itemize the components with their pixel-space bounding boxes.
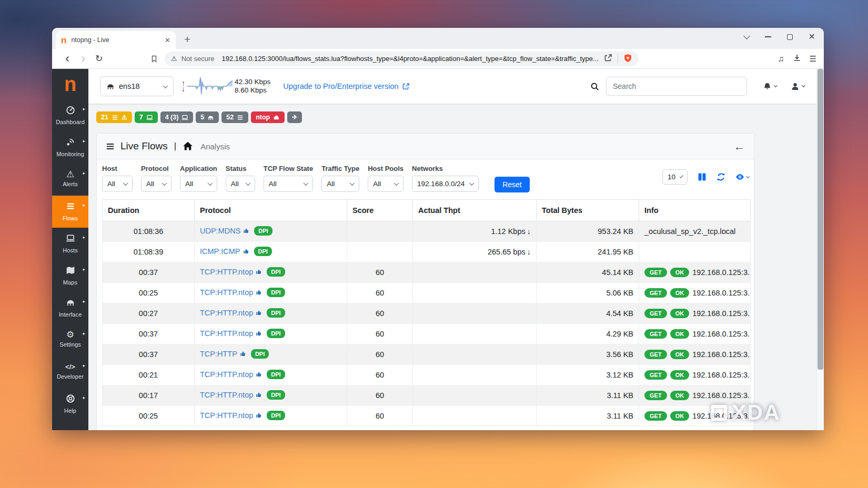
table-row: 01:08:36UDP:MDNSDPI1.12 Kbps↓953.24 KB_o…: [103, 221, 751, 242]
status-badge-5[interactable]: 5: [196, 111, 219, 123]
sidebar-item-hosts[interactable]: ▸Hosts: [52, 228, 88, 260]
protocol-link[interactable]: TCP:HTTP.ntop: [200, 268, 253, 276]
filter-host-select[interactable]: All: [102, 176, 133, 192]
http-method-badge: GET: [644, 350, 667, 359]
bars-icon: [237, 114, 244, 121]
column-header-actual-thpt[interactable]: Actual Thpt: [413, 200, 537, 221]
status-badge-4-3-[interactable]: 4 (3): [160, 111, 194, 123]
flow-duration: 01:08:39: [103, 242, 195, 262]
browser-menu-icon[interactable]: ☰: [810, 54, 816, 64]
status-badge-52[interactable]: 52: [221, 111, 248, 123]
filter-group-status: StatusAll: [226, 165, 255, 192]
sidebar-item-monitoring[interactable]: ▸Monitoring: [52, 131, 88, 164]
filter-tcp-flow-state-select[interactable]: All: [264, 176, 313, 192]
filter-label: Status: [226, 165, 255, 172]
browser-content: n ▸Dashboard▸Monitoring▸⚠Alerts▸Flows▸Ho…: [52, 69, 824, 430]
sidebar-item-settings[interactable]: ▸⚙Settings: [52, 324, 88, 356]
interface-select[interactable]: ens18: [100, 76, 174, 96]
sidebar-item-developer[interactable]: ▸</>Developer: [52, 356, 88, 388]
filter-networks-select[interactable]: 192.168.0.0/24: [412, 176, 479, 192]
download-icon[interactable]: [793, 54, 801, 64]
status-badge-plane-icon[interactable]: ✈: [287, 111, 302, 123]
protocol-link[interactable]: TCP:HTTP.ntop: [200, 329, 253, 338]
filter-label: TCP Flow State: [264, 165, 313, 172]
minimize-button[interactable]: [765, 36, 771, 37]
tab-search-chevron-icon[interactable]: [743, 33, 750, 39]
back-button[interactable]: ‹: [59, 53, 75, 65]
thumbs-up-icon: [256, 330, 263, 339]
http-status-badge: OK: [670, 411, 690, 421]
column-header-duration[interactable]: Duration: [103, 200, 195, 221]
status-badge-7[interactable]: 7: [135, 111, 158, 123]
warning-icon: ⚠: [66, 169, 74, 179]
dpi-badge: DPI: [267, 288, 285, 297]
notifications-button[interactable]: [763, 82, 777, 91]
sidebar-item-alerts[interactable]: ▸⚠Alerts: [52, 164, 88, 196]
page-size-select[interactable]: 10: [662, 169, 688, 185]
tab-close-icon[interactable]: ✕: [165, 36, 170, 44]
refresh-icon[interactable]: [716, 172, 725, 181]
user-icon: [791, 82, 800, 91]
protocol-link[interactable]: TCP:HTTP.ntop: [200, 309, 253, 317]
column-header-total-bytes[interactable]: Total Bytes: [537, 200, 639, 221]
protocol-link[interactable]: ICMP:ICMP: [200, 247, 240, 256]
protocol-link[interactable]: TCP:HTTP: [200, 350, 237, 358]
flow-actual-thpt: [413, 303, 537, 324]
flow-protocol: TCP:HTTP.ntopDPI: [195, 324, 347, 344]
search-input[interactable]: [606, 77, 747, 96]
share-icon[interactable]: [604, 54, 612, 64]
protocol-link[interactable]: TCP:HTTP.ntop: [200, 288, 253, 297]
chevron-right-icon: ▸: [83, 202, 85, 208]
home-icon[interactable]: [183, 141, 193, 151]
flows-menu-icon[interactable]: [106, 142, 115, 151]
visibility-eye-button[interactable]: [735, 172, 749, 181]
table-row: 00:37TCP:HTTPDPI603.56 KBGETOK192.168.0.…: [103, 344, 751, 365]
dpi-badge: DPI: [251, 349, 269, 359]
column-header-protocol[interactable]: Protocol: [195, 200, 347, 221]
filter-traffic-type-select[interactable]: All: [321, 176, 359, 192]
filter-host-pools-select[interactable]: All: [368, 176, 403, 192]
reset-button[interactable]: Reset: [494, 177, 530, 192]
upgrade-link[interactable]: Upgrade to Pro/Enterprise version: [283, 82, 409, 90]
sidebar-item-help[interactable]: ▸Help: [52, 388, 88, 420]
address-bar[interactable]: ⚠ Not secure 192.168.0.125:3000/lua/flow…: [165, 52, 639, 66]
flow-info-cell: GETOK192.168.0.125:3...: [639, 365, 751, 385]
scrollbar-thumb[interactable]: [817, 69, 823, 370]
sidebar-item-maps[interactable]: ▸Maps: [52, 260, 88, 292]
sidebar-item-interface[interactable]: ▸Interface: [52, 292, 88, 324]
sidebar-item-label: Dashboard: [52, 119, 88, 125]
protocol-link[interactable]: TCP:HTTP.ntop: [200, 391, 253, 399]
filter-application-select[interactable]: All: [180, 176, 217, 192]
bookmark-icon[interactable]: [150, 55, 158, 63]
reload-button[interactable]: ↻: [91, 53, 107, 64]
brave-shield-icon[interactable]: [623, 54, 632, 64]
protocol-link[interactable]: TCP:HTTP.ntop: [200, 411, 253, 420]
arrow-down-icon: ↓: [527, 227, 531, 236]
forward-button[interactable]: ›: [75, 53, 91, 65]
filter-protocol-select[interactable]: All: [141, 176, 171, 192]
page-scrollbar[interactable]: [816, 69, 824, 430]
status-badge-21[interactable]: 21⚠: [96, 111, 132, 123]
chevron-right-icon: ▸: [83, 235, 85, 240]
columns-icon[interactable]: [698, 172, 706, 181]
filter-value: All: [269, 180, 277, 188]
ntop-logo[interactable]: n: [52, 69, 88, 99]
column-header-score[interactable]: Score: [347, 200, 413, 221]
user-menu-button[interactable]: [791, 82, 805, 91]
column-header-info[interactable]: Info: [639, 200, 751, 221]
filter-status-select[interactable]: All: [226, 176, 255, 192]
filter-value: All: [146, 180, 154, 188]
close-button[interactable]: ✕: [809, 33, 815, 41]
flow-score: 60: [347, 303, 413, 324]
browser-tab[interactable]: n ntopng - Live ✕: [56, 31, 176, 49]
media-control-icon[interactable]: ♫: [778, 54, 784, 64]
new-tab-button[interactable]: +: [184, 34, 190, 45]
sidebar-item-flows[interactable]: ▸Flows: [52, 196, 88, 228]
sidebar-item-label: Flows: [52, 215, 88, 221]
sidebar-item-dashboard[interactable]: ▸Dashboard: [52, 99, 88, 131]
protocol-link[interactable]: TCP:HTTP.ntop: [200, 370, 253, 379]
maximize-button[interactable]: [787, 34, 793, 40]
protocol-link[interactable]: UDP:MDNS: [200, 227, 240, 235]
status-badge-ntop[interactable]: ntop: [251, 111, 285, 123]
back-arrow[interactable]: ←: [734, 141, 745, 152]
